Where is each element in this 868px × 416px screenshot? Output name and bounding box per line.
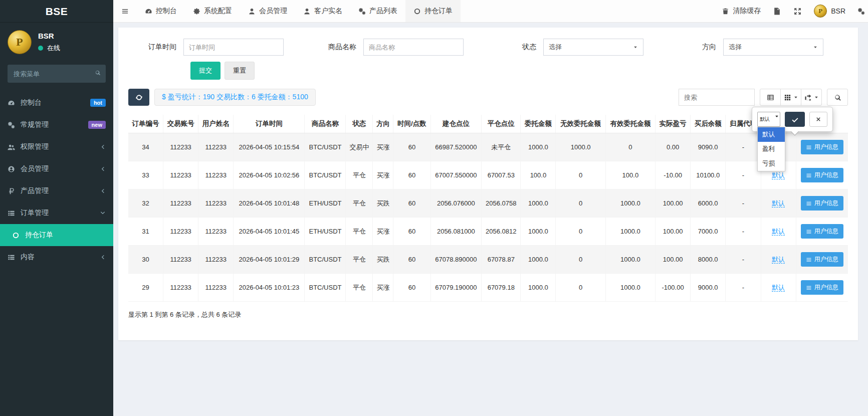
cell-order-id: 32 xyxy=(128,189,163,218)
col-username[interactable]: 用户姓名 xyxy=(198,115,234,133)
sidebar-item-orders[interactable]: 订单管理 xyxy=(0,202,113,224)
sidebar-search-input[interactable] xyxy=(8,65,106,83)
cell-actual-profit: 100.00 xyxy=(656,246,691,274)
popup-select-options: 默认 盈利 亏损 xyxy=(757,127,785,171)
navbar-user-menu[interactable]: P BSR xyxy=(814,5,845,18)
cell-open-price: 67007.550000 xyxy=(430,161,482,189)
document-icon xyxy=(773,7,781,16)
user-info-button[interactable]: 用户信息 xyxy=(801,196,843,211)
option-loss[interactable]: 亏损 xyxy=(758,156,785,171)
cell-invalid-amount: 0 xyxy=(556,161,605,189)
popup-select[interactable]: 默认 xyxy=(757,112,780,127)
col-valid-amount[interactable]: 有效委托金额 xyxy=(605,115,655,133)
nav-tab-members[interactable]: 会员管理 xyxy=(240,0,295,22)
col-product[interactable]: 商品名称 xyxy=(305,115,346,133)
nav-tab-product-list[interactable]: 产品列表 xyxy=(350,0,405,22)
col-status[interactable]: 状态 xyxy=(346,115,373,133)
cell-agent: - xyxy=(726,218,761,246)
sidebar-item-content[interactable]: 内容 xyxy=(0,246,113,268)
sidebar-item-members[interactable]: 会员管理 xyxy=(0,158,113,180)
table-view-buttons xyxy=(760,89,822,106)
sidebar-item-general[interactable]: 常规管理 new xyxy=(0,114,113,136)
cell-period: 60 xyxy=(393,246,430,274)
cell-order-time: 2026-04-05 10:01:45 xyxy=(234,218,305,246)
chevron-left-icon xyxy=(100,188,106,194)
cell-status: 平仓 xyxy=(346,161,373,189)
col-amount[interactable]: 委托金额 xyxy=(521,115,556,133)
cell-actions: 用户信息 xyxy=(796,189,848,218)
refresh-button[interactable] xyxy=(128,89,149,106)
col-direction[interactable]: 方向 xyxy=(373,115,393,133)
user-info-button[interactable]: 用户信息 xyxy=(801,168,843,182)
cell-amount: 100.0 xyxy=(521,161,556,189)
cell-username: 112233 xyxy=(198,274,234,302)
nav-tab-console[interactable]: 控制台 xyxy=(137,0,185,22)
table-row: 30 112233 112233 2026-04-05 10:01:29 BTC… xyxy=(128,246,848,274)
col-order-id[interactable]: 订单编号 xyxy=(128,115,163,133)
default-edit-link[interactable]: 默认 xyxy=(772,284,785,292)
sidebar-item-permissions[interactable]: 权限管理 xyxy=(0,136,113,158)
user-info-button[interactable]: 用户信息 xyxy=(801,224,843,239)
list-icon xyxy=(806,144,812,150)
settings-button[interactable] xyxy=(857,8,865,15)
cell-close-price: 2056.0758 xyxy=(482,189,521,218)
product-name-input[interactable] xyxy=(363,39,464,56)
cell-amount: 1000.0 xyxy=(521,189,556,218)
col-account[interactable]: 交易账号 xyxy=(163,115,198,133)
sidebar-item-products[interactable]: 产品管理 xyxy=(0,180,113,202)
clear-cache-button[interactable]: 清除缓存 xyxy=(722,7,761,16)
option-default[interactable]: 默认 xyxy=(758,127,785,142)
default-edit-link[interactable]: 默认 xyxy=(772,228,785,236)
user-info-button[interactable]: 用户信息 xyxy=(801,252,843,267)
columns-button[interactable] xyxy=(780,89,801,106)
status-select[interactable]: 选择 xyxy=(543,39,643,56)
search-icon[interactable] xyxy=(95,70,101,76)
reset-button[interactable]: 重置 xyxy=(225,62,255,80)
cell-invalid-amount: 0 xyxy=(556,218,605,246)
default-edit-link[interactable]: 默认 xyxy=(772,199,785,207)
nav-tab-customer-kyc[interactable]: 客户实名 xyxy=(295,0,350,22)
export-button[interactable] xyxy=(801,89,822,106)
nav-tab-position-orders[interactable]: 持仓订单 xyxy=(405,0,461,22)
cell-product: BTC/USDT xyxy=(305,274,346,302)
cell-period: 60 xyxy=(393,274,430,302)
order-time-label: 订单时间 xyxy=(128,43,183,52)
col-invalid-amount[interactable]: 无效委托金额 xyxy=(556,115,605,133)
cell-invalid-amount: 0 xyxy=(556,189,605,218)
cell-product: BTC/USDT xyxy=(305,246,346,274)
navbar-right: 清除缓存 P BSR xyxy=(722,0,868,22)
option-profit[interactable]: 盈利 xyxy=(758,142,785,156)
app-window: BSE P BSR 在线 控制台 hot 常规管理 xyxy=(0,0,868,416)
col-close-price[interactable]: 平仓点位 xyxy=(482,115,521,133)
search-icon xyxy=(834,94,841,101)
language-button[interactable] xyxy=(773,7,781,16)
trash-icon xyxy=(722,8,729,15)
confirm-button[interactable] xyxy=(785,112,805,127)
user-info-button[interactable]: 用户信息 xyxy=(801,140,843,154)
fullscreen-button[interactable] xyxy=(793,7,802,16)
direction-select[interactable]: 选择 xyxy=(723,39,823,56)
order-time-input[interactable] xyxy=(183,39,284,56)
cancel-button[interactable] xyxy=(809,112,827,127)
sidebar-toggle-button[interactable] xyxy=(113,0,137,22)
search-button[interactable] xyxy=(827,89,848,106)
default-edit-link[interactable]: 默认 xyxy=(772,256,785,264)
nav-tab-system-config[interactable]: 系统配置 xyxy=(185,0,240,22)
col-open-price[interactable]: 建仓点位 xyxy=(430,115,482,133)
col-period[interactable]: 时间/点数 xyxy=(393,115,430,133)
detail-view-button[interactable] xyxy=(760,89,781,106)
table-search-input[interactable] xyxy=(679,89,755,106)
submit-button[interactable]: 提交 xyxy=(190,62,221,80)
cell-actions: 用户信息 xyxy=(796,133,848,161)
col-order-time[interactable]: 订单时间 xyxy=(234,115,305,133)
user-circle-icon xyxy=(8,165,15,173)
cell-direction: 买涨 xyxy=(373,218,393,246)
col-actual-profit[interactable]: 实际盈亏 xyxy=(656,115,691,133)
user-info-button[interactable]: 用户信息 xyxy=(801,280,843,295)
col-balance-after[interactable]: 买后余额 xyxy=(691,115,726,133)
default-edit-link[interactable]: 默认 xyxy=(772,171,785,179)
sidebar-item-console[interactable]: 控制台 hot xyxy=(0,92,113,114)
sidebar-item-position-orders[interactable]: 持仓订单 xyxy=(0,224,113,246)
cell-direction: 买跌 xyxy=(373,189,393,218)
filter-form: 订单时间 商品名称 状态 选择 方 xyxy=(128,28,848,56)
